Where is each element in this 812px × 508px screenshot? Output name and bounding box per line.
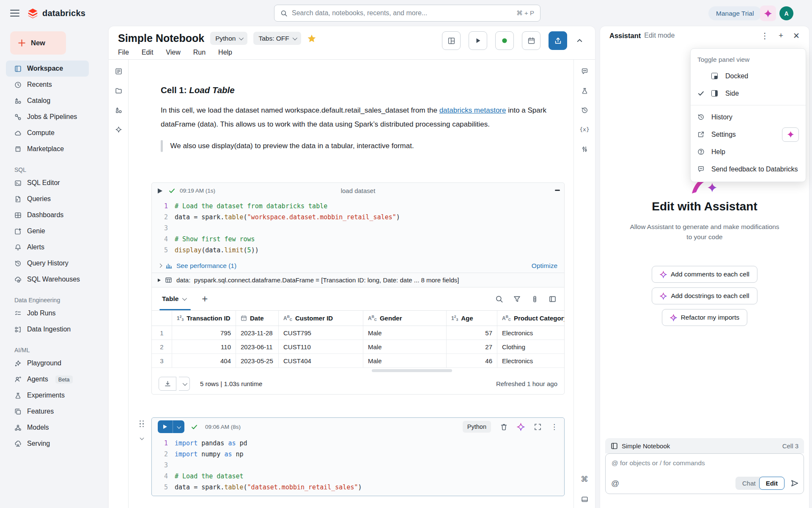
menu-view[interactable]: View	[166, 49, 180, 56]
dashboard-layout-button[interactable]	[442, 31, 461, 50]
code-line[interactable]: 3	[152, 460, 564, 471]
column-header[interactable]: Date	[236, 311, 279, 326]
suggestion-add-docstrings[interactable]: Add docstrings to each cell	[652, 287, 757, 304]
search-input[interactable]	[292, 9, 512, 17]
run-options-button[interactable]	[173, 420, 184, 433]
table-row[interactable]: 34042023-05-25CUST404Male46Electronics	[152, 354, 564, 368]
code-line[interactable]: 2data = spark.table("workspace.dataset.m…	[152, 212, 564, 223]
menu-run[interactable]: Run	[193, 49, 206, 56]
sidebar-item-models[interactable]: Models	[6, 420, 89, 436]
hamburger-menu-icon[interactable]	[10, 8, 19, 19]
table-row[interactable]: 17952023-11-28CUST795Male57Electronics	[152, 326, 564, 340]
sidebar-item-catalog[interactable]: Catalog	[6, 93, 89, 109]
table-of-contents-button[interactable]	[115, 68, 122, 87]
cell-menu-icon[interactable]: ⋮	[551, 422, 558, 431]
assistant-rail-button[interactable]	[115, 126, 122, 146]
column-header[interactable]: ABCGender	[363, 311, 447, 326]
terminal-panel-icon[interactable]	[581, 496, 588, 503]
metastore-link[interactable]: databricks metastore	[439, 106, 506, 114]
menu-help[interactable]: Help	[218, 49, 232, 56]
menu-item-docked[interactable]: Docked	[691, 67, 806, 85]
manage-trial-button[interactable]: Manage Trial	[708, 6, 762, 20]
global-search[interactable]: ⌘ + P	[274, 5, 540, 22]
sidebar-item-job-runs[interactable]: Job Runs	[6, 305, 89, 321]
edit-mode-button[interactable]: Edit	[759, 477, 785, 490]
menu-item-feedback[interactable]: Send feedback to Databricks	[691, 160, 806, 178]
download-button[interactable]	[159, 377, 176, 391]
new-thread-icon[interactable]: +	[779, 31, 783, 40]
assistant-settings-sparkle-button[interactable]	[782, 127, 799, 142]
cell-resize-handle[interactable]	[555, 190, 560, 191]
add-visualization-button[interactable]: +	[202, 293, 208, 305]
menu-file[interactable]: File	[118, 49, 129, 56]
shortcuts-button[interactable]: ⌘	[581, 475, 588, 484]
code-editor[interactable]: 1# Load the dataset from databricks tabl…	[152, 199, 564, 259]
assistant-cell-icon[interactable]	[517, 423, 525, 431]
suggestion-add-comments[interactable]: Add comments to each cell	[652, 266, 757, 283]
sidebar-item-sql-editor[interactable]: SQL Editor	[6, 175, 89, 191]
delete-cell-icon[interactable]	[500, 423, 508, 431]
code-line[interactable]: 2import numpy as np	[152, 449, 564, 460]
download-options-button[interactable]	[179, 377, 190, 391]
drag-handle-icon[interactable]	[140, 420, 144, 427]
optimize-link[interactable]: Optimize	[532, 262, 557, 270]
variable-explorer-button[interactable]: {x}	[579, 126, 589, 146]
menu-edit[interactable]: Edit	[142, 49, 154, 56]
menu-item-side[interactable]: Side	[691, 85, 806, 102]
sidebar-item-query-history[interactable]: Query History	[6, 255, 89, 271]
code-line[interactable]: 4# Load the dataset	[152, 471, 564, 482]
code-cell-1[interactable]: load dataset 09:19 AM (1s) 1# Load the d…	[151, 182, 565, 395]
column-header[interactable]: 123Age	[447, 311, 497, 326]
code-line[interactable]: 5display(data.limit(5))	[152, 245, 564, 256]
run-cell-button[interactable]	[158, 188, 162, 193]
assistant-input-box[interactable]: @ for objects or / for commands @ Chat E…	[605, 453, 804, 494]
sidebar-item-workspace[interactable]: Workspace	[6, 61, 89, 77]
menu-item-history[interactable]: History	[691, 108, 806, 126]
favorite-star-icon[interactable]	[307, 34, 316, 43]
code-editor[interactable]: 1import pandas as pd2import numpy as np3…	[152, 436, 564, 496]
markdown-cell[interactable]: Cell 1: Load Table In this cell, we load…	[161, 85, 565, 152]
sidebar-item-genie[interactable]: Genie	[6, 223, 89, 239]
columns-icon[interactable]	[531, 295, 539, 303]
workspace-files-button[interactable]	[115, 87, 122, 107]
code-cell-2[interactable]: 09:06 AM (8s) Python ⋮ 1import pandas as…	[151, 417, 565, 496]
code-line[interactable]: 4# Show first few rows	[152, 234, 564, 245]
tabs-toggle[interactable]: Tabs: OFF	[253, 32, 301, 45]
assistant-sparkle-button[interactable]	[760, 6, 776, 21]
column-header[interactable]: ABCCustomer ID	[279, 311, 363, 326]
sidebar-item-serving[interactable]: Serving	[6, 436, 89, 452]
search-results-icon[interactable]	[495, 295, 503, 303]
code-line[interactable]: 1import pandas as pd	[152, 438, 564, 449]
column-header[interactable]: 123Transaction ID	[172, 311, 236, 326]
assistant-menu-icon[interactable]: ⋮	[761, 31, 769, 41]
tab-table[interactable]: Table	[161, 287, 187, 310]
cluster-status-button[interactable]	[495, 31, 514, 50]
new-button[interactable]: New	[10, 31, 66, 55]
sidebar-item-queries[interactable]: Queries	[6, 191, 89, 207]
language-selector[interactable]: Python	[210, 32, 247, 45]
environment-settings-button[interactable]	[581, 146, 588, 165]
menu-item-settings[interactable]: Settings	[691, 126, 806, 143]
sidebar-item-compute[interactable]: Compute	[6, 125, 89, 141]
close-icon[interactable]: ✕	[793, 31, 800, 41]
sidebar-item-playground[interactable]: Playground	[6, 355, 89, 371]
sidebar-item-data-ingestion[interactable]: Data Ingestion	[6, 321, 89, 337]
sidebar-item-recents[interactable]: Recents	[6, 77, 89, 93]
menu-item-help[interactable]: Help	[691, 143, 806, 160]
sidebar-item-marketplace[interactable]: Marketplace	[6, 141, 89, 157]
expand-output-icon[interactable]	[158, 279, 161, 282]
sidebar-item-alerts[interactable]: Alerts	[6, 239, 89, 255]
run-all-button[interactable]	[469, 31, 487, 50]
filter-icon[interactable]	[513, 295, 521, 303]
mention-button[interactable]: @	[611, 479, 619, 488]
table-row[interactable]: 21102023-06-11CUST110Male27Clothing	[152, 340, 564, 354]
sidebar-item-jobs-pipelines[interactable]: Jobs & Pipelines	[6, 109, 89, 125]
run-button[interactable]	[158, 420, 173, 433]
column-header[interactable]: ABCProduct Category	[497, 311, 564, 326]
version-history-button[interactable]	[581, 107, 588, 126]
catalog-browser-button[interactable]	[115, 107, 122, 126]
comments-button[interactable]	[581, 68, 588, 87]
horizontal-scrollbar[interactable]	[152, 368, 564, 373]
chat-mode-button[interactable]: Chat	[735, 477, 762, 490]
cell-language-badge[interactable]: Python	[463, 421, 491, 433]
